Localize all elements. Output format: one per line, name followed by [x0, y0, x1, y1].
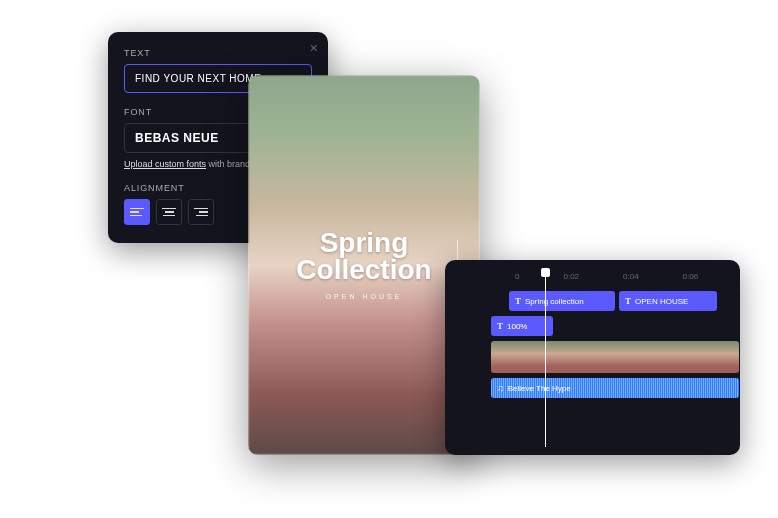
text-label: TEXT — [124, 48, 312, 58]
music-icon: ♫ — [497, 383, 504, 393]
text-icon: T — [515, 296, 521, 306]
align-right-button[interactable] — [188, 199, 214, 225]
audio-clip[interactable]: ♫Believe The Hype — [491, 378, 739, 398]
font-value: BEBAS NEUE — [135, 131, 219, 145]
preview-title: SpringCollection — [296, 230, 431, 283]
text-icon: T — [497, 321, 503, 331]
text-clip-openhouse[interactable]: TOPEN HOUSE — [619, 291, 717, 311]
align-center-button[interactable] — [156, 199, 182, 225]
align-left-button[interactable] — [124, 199, 150, 225]
playhead[interactable] — [545, 268, 546, 447]
close-icon[interactable]: × — [310, 40, 318, 56]
preview-subtitle: OPEN HOUSE — [326, 293, 403, 300]
video-track[interactable] — [491, 341, 739, 373]
text-icon: T — [625, 296, 631, 306]
timeline-panel: 0 0:02 0:04 0:06 TSpring collection TOPE… — [445, 260, 740, 455]
text-clip-spring[interactable]: TSpring collection — [509, 291, 615, 311]
time-ruler[interactable]: 0 0:02 0:04 0:06 — [457, 272, 740, 281]
zoom-clip[interactable]: T100% — [491, 316, 553, 336]
